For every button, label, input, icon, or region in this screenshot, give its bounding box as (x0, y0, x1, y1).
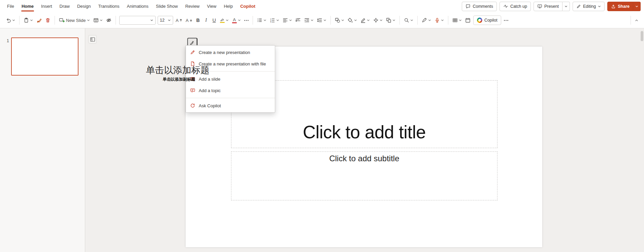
hide-slide-button[interactable] (105, 16, 113, 25)
menu-item-create-presentation[interactable]: Create a new presentation (186, 47, 275, 58)
grow-font-button[interactable]: A (174, 17, 184, 24)
more-font-options-button[interactable] (243, 18, 250, 23)
menu-item-add-topic[interactable]: Add a topic (186, 85, 275, 96)
chevron-down-icon (238, 19, 241, 21)
ribbon-divider (399, 16, 400, 25)
align-left-icon (283, 18, 288, 23)
menu-tab-review[interactable]: Review (182, 0, 203, 12)
shapes-button[interactable] (333, 16, 346, 25)
pencil-icon (576, 4, 581, 9)
italic-button[interactable]: I (202, 16, 210, 25)
copilot-ribbon-button[interactable]: Copilot (473, 16, 501, 25)
vertical-scrollbar[interactable] (641, 31, 643, 249)
shape-outline-button[interactable] (359, 16, 371, 25)
paste-button[interactable] (22, 16, 34, 25)
editing-mode-button[interactable]: Editing (573, 2, 605, 11)
menu-tab-animations[interactable]: Animations (123, 0, 152, 12)
chevron-down-icon (380, 19, 383, 21)
menu-tab-view[interactable]: View (203, 0, 220, 12)
ribbon-toolbar: New Slide 12 A A B I U A (0, 12, 644, 28)
menu-item-create-presentation-with-file[interactable]: Create a new presentation with file (186, 58, 275, 69)
pane-toggle-button[interactable] (88, 35, 97, 44)
pencil-icon (190, 50, 195, 55)
layout-button[interactable] (92, 16, 104, 25)
menu-item-add-slide[interactable]: Add a slide (186, 73, 275, 85)
menu-tab-home[interactable]: Home (18, 0, 37, 12)
indent-button[interactable] (303, 16, 315, 25)
arrow-up-icon (180, 19, 182, 22)
share-button[interactable]: Share (607, 2, 633, 11)
subtitle-placeholder[interactable]: Click to add subtitle (231, 151, 497, 200)
find-button[interactable] (402, 16, 415, 25)
menu-tab-file[interactable]: File (3, 0, 18, 12)
ribbon-divider (116, 16, 116, 25)
menu-tab-transitions[interactable]: Transitions (94, 0, 123, 12)
ribbon-divider (631, 16, 631, 25)
dictate-button[interactable] (433, 16, 445, 25)
table-button[interactable] (451, 16, 463, 25)
add-slide-icon (190, 76, 195, 82)
menu-tab-draw[interactable]: Draw (56, 0, 73, 12)
menu-separator (186, 71, 275, 72)
arrange-icon (386, 18, 391, 23)
chevron-down-icon (354, 19, 357, 21)
shape-fill-button[interactable] (346, 16, 358, 25)
menu-tab-insert[interactable]: Insert (37, 0, 56, 12)
comments-label: Comments (473, 4, 493, 9)
highlight-button[interactable] (219, 16, 230, 25)
schedule-button[interactable] (464, 16, 472, 25)
numbering-button[interactable]: 123 (268, 16, 281, 25)
menu-item-label: Ask Copilot (199, 103, 221, 108)
font-size-value: 12 (160, 18, 165, 23)
delete-button[interactable] (44, 16, 52, 25)
menu-tab-design[interactable]: Design (73, 0, 94, 12)
share-dropdown-button[interactable] (633, 2, 641, 11)
menu-item-label: Create a new presentation (199, 50, 250, 55)
ribbon-overflow-button[interactable] (503, 18, 510, 23)
copilot-icon (477, 18, 482, 23)
align-button[interactable] (281, 16, 293, 25)
pen-tools-button[interactable] (420, 16, 432, 25)
new-slide-icon (59, 18, 65, 23)
shape-effects-button[interactable] (372, 16, 384, 25)
outline-pen-icon (360, 18, 366, 23)
font-color-button[interactable]: A (231, 16, 242, 25)
underline-button[interactable]: U (211, 16, 218, 25)
ellipsis-icon (504, 20, 508, 21)
slide-thumbnail-1[interactable] (11, 37, 78, 76)
font-name-select[interactable] (119, 16, 156, 25)
italic-icon: I (204, 18, 208, 23)
menu-tab-slide-show[interactable]: Slide Show (152, 0, 182, 12)
undo-button[interactable] (4, 16, 17, 25)
text-direction-icon (295, 18, 301, 23)
editing-label: Editing (583, 4, 596, 9)
menu-item-ask-copilot[interactable]: Ask Copilot (186, 100, 275, 111)
chevron-down-icon (392, 19, 395, 21)
collapse-ribbon-button[interactable] (634, 18, 640, 23)
catch-up-button[interactable]: Catch up (500, 2, 531, 11)
chevron-down-icon (226, 19, 229, 21)
chevron-down-icon (87, 19, 90, 21)
font-size-select[interactable]: 12 (158, 16, 173, 25)
comments-button[interactable]: Comments (462, 2, 496, 11)
chevron-up-icon (635, 19, 638, 22)
scrollbar-thumb[interactable] (641, 31, 643, 41)
line-spacing-button[interactable] (316, 16, 328, 25)
chevron-down-icon (263, 19, 266, 21)
present-button[interactable]: Present (534, 2, 562, 11)
bullets-button[interactable] (256, 16, 268, 25)
arrange-button[interactable] (385, 16, 397, 25)
shapes-icon (335, 18, 340, 23)
bold-button[interactable]: B (194, 16, 202, 25)
arrow-down-icon (190, 19, 192, 22)
new-slide-button[interactable]: New Slide (58, 16, 91, 25)
present-dropdown-button[interactable] (562, 2, 570, 11)
text-direction-button[interactable] (294, 16, 302, 25)
copilot-label: Copilot (484, 18, 497, 23)
format-painter-button[interactable] (35, 16, 43, 25)
shrink-font-button[interactable]: A (184, 17, 194, 24)
comment-icon (465, 4, 471, 9)
menu-tab-help[interactable]: Help (220, 0, 236, 12)
menu-tab-copilot[interactable]: Copilot (236, 0, 259, 12)
slide-number: 1 (7, 38, 9, 43)
